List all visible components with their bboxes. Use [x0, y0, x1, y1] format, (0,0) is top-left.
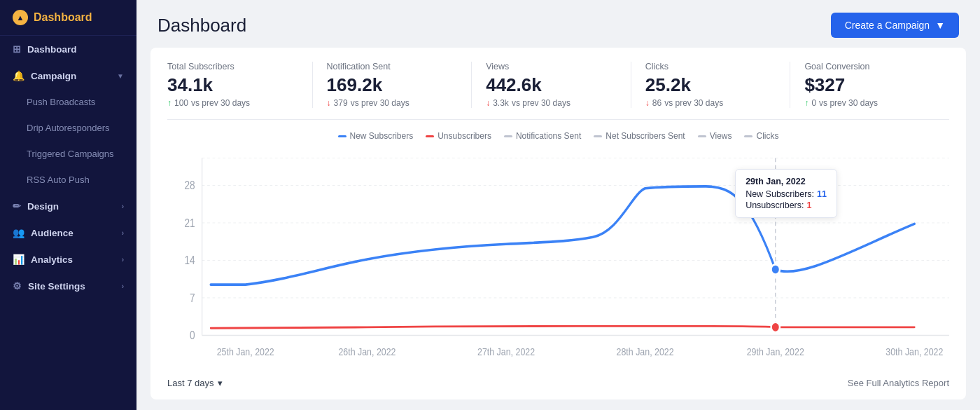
stat-change-arrow-2: ↓: [486, 98, 490, 108]
sidebar-item-dashboard[interactable]: ⊞ Dashboard: [0, 36, 136, 62]
chevron-down-icon-period: ▾: [218, 378, 223, 388]
sidebar: ▲ Dashboard ⊞ Dashboard 🔔 Campaign ▼ Pus…: [0, 0, 136, 410]
chevron-right-icon-audience: ›: [122, 229, 124, 237]
dashboard-icon: ⊞: [13, 43, 21, 55]
rss-auto-push-label: RSS Auto Push: [27, 175, 90, 185]
legend-label-views: Views: [710, 131, 732, 141]
sidebar-item-design[interactable]: ✏ Design ›: [0, 193, 136, 219]
settings-icon: ⚙: [13, 280, 22, 292]
sidebar-item-drip-autoresponders[interactable]: Drip Autoresponders: [0, 115, 136, 141]
legend-label-notifications-sent: Notifications Sent: [516, 131, 581, 141]
stat-change-text-4: vs prev 30 days: [819, 98, 878, 108]
stat-label-3: Clicks: [645, 62, 776, 71]
chart-area: 0 7 14 21 28 25th Jan, 2022 26th Jan, 20…: [167, 148, 949, 371]
stat-views: Views 442.6k ↓ 3.3k vs prev 30 days: [486, 62, 631, 108]
stat-change-val-3: 86: [652, 98, 662, 108]
stat-change-val-4: 0: [811, 98, 816, 108]
stat-label-0: Total Subscribers: [167, 62, 298, 71]
chevron-down-icon-btn: ▼: [935, 20, 945, 31]
stat-change-0: ↑ 100 vs prev 30 days: [167, 98, 298, 108]
sidebar-settings-label: Site Settings: [28, 281, 85, 292]
svg-text:25th Jan, 2022: 25th Jan, 2022: [217, 346, 274, 357]
dashboard-card: Total Subscribers 34.1k ↑ 100 vs prev 30…: [150, 48, 966, 399]
chart-footer: Last 7 days ▾ See Full Analytics Report: [167, 371, 949, 388]
page-title: Dashboard: [158, 15, 246, 36]
create-campaign-label: Create a Campaign: [845, 20, 930, 31]
sidebar-logo[interactable]: ▲ Dashboard: [0, 0, 136, 36]
svg-text:14: 14: [185, 254, 195, 266]
stat-change-val-2: 3.3k: [493, 98, 509, 108]
chart-legend: New Subscribers Unsubscribers Notificati…: [167, 131, 949, 141]
svg-text:27th Jan, 2022: 27th Jan, 2022: [477, 346, 535, 357]
stat-change-arrow-3: ↓: [645, 98, 650, 108]
blue-dot: [771, 264, 780, 274]
stat-change-val-0: 100: [174, 98, 188, 108]
sidebar-item-campaign[interactable]: 🔔 Campaign ▼: [0, 62, 136, 89]
sidebar-item-push-broadcasts[interactable]: Push Broadcasts: [0, 89, 136, 115]
legend-label-unsubscribers: Unsubscribers: [438, 131, 491, 141]
legend-dot-clicks: [744, 135, 752, 137]
full-analytics-report-link[interactable]: See Full Analytics Report: [848, 378, 949, 388]
stat-value-3: 25.2k: [645, 74, 776, 96]
period-label: Last 7 days: [167, 378, 214, 388]
legend-notifications-sent: Notifications Sent: [504, 131, 581, 141]
stat-change-val-1: 379: [334, 98, 348, 108]
legend-dot-new-subscribers: [338, 135, 346, 137]
sidebar-item-analytics[interactable]: 📊 Analytics ›: [0, 246, 136, 273]
stat-label-2: Views: [486, 62, 617, 71]
main-content: Dashboard Create a Campaign ▼ Total Subs…: [136, 0, 980, 410]
stat-clicks: Clicks 25.2k ↓ 86 vs prev 30 days: [645, 62, 791, 108]
legend-label-net-subscribers: Net Subscribers Sent: [606, 131, 685, 141]
legend-dot-views: [698, 135, 706, 137]
logo-icon: ▲: [13, 10, 28, 25]
stat-change-text-2: vs prev 30 days: [512, 98, 570, 108]
stat-goal-conversion: Goal Conversion $327 ↑ 0 vs prev 30 days: [804, 62, 949, 108]
sidebar-campaign-label: Campaign: [31, 71, 76, 81]
sidebar-analytics-label: Analytics: [31, 254, 73, 265]
legend-label-clicks: Clicks: [756, 131, 778, 141]
sidebar-logo-label: Dashboard: [34, 11, 92, 24]
stat-notification-sent: Notification Sent 169.2k ↓ 379 vs prev 3…: [327, 62, 472, 108]
stats-row: Total Subscribers 34.1k ↑ 100 vs prev 30…: [167, 62, 949, 120]
sidebar-design-label: Design: [27, 201, 59, 212]
sidebar-item-rss-auto-push[interactable]: RSS Auto Push: [0, 167, 136, 193]
stat-change-4: ↑ 0 vs prev 30 days: [804, 98, 935, 108]
sidebar-audience-label: Audience: [31, 228, 74, 238]
legend-dot-net-subscribers: [594, 135, 602, 137]
stat-change-arrow-0: ↑: [167, 98, 172, 108]
stat-value-1: 169.2k: [327, 74, 458, 96]
svg-text:26th Jan, 2022: 26th Jan, 2022: [338, 346, 396, 357]
sidebar-item-site-settings[interactable]: ⚙ Site Settings ›: [0, 273, 136, 299]
svg-text:7: 7: [190, 292, 195, 304]
stat-value-4: $327: [804, 74, 935, 96]
stat-value-2: 442.6k: [486, 74, 617, 96]
stat-change-2: ↓ 3.3k vs prev 30 days: [486, 98, 617, 108]
chevron-right-icon-analytics: ›: [122, 256, 124, 264]
legend-unsubscribers: Unsubscribers: [426, 131, 491, 141]
legend-label-new-subscribers: New Subscribers: [350, 131, 414, 141]
sidebar-item-triggered-campaigns[interactable]: Triggered Campaigns: [0, 141, 136, 167]
chevron-right-icon-settings: ›: [122, 282, 124, 290]
stat-change-text-0: vs prev 30 days: [191, 98, 250, 108]
sidebar-item-audience[interactable]: 👥 Audience ›: [0, 219, 136, 246]
create-campaign-button[interactable]: Create a Campaign ▼: [831, 13, 959, 38]
svg-text:28th Jan, 2022: 28th Jan, 2022: [617, 346, 674, 357]
stat-label-1: Notification Sent: [327, 62, 458, 71]
drip-autoresponders-label: Drip Autoresponders: [27, 123, 110, 133]
sidebar-dashboard-label: Dashboard: [27, 44, 77, 55]
red-dot: [771, 322, 780, 332]
chart-svg: 0 7 14 21 28 25th Jan, 2022 26th Jan, 20…: [167, 148, 949, 371]
svg-text:0: 0: [190, 329, 195, 341]
stat-change-arrow-1: ↓: [327, 98, 331, 108]
stat-change-arrow-4: ↑: [804, 98, 808, 108]
stat-change-1: ↓ 379 vs prev 30 days: [327, 98, 458, 108]
chevron-down-icon: ▼: [117, 72, 124, 80]
period-selector-button[interactable]: Last 7 days ▾: [167, 378, 223, 388]
stat-change-text-3: vs prev 30 days: [664, 98, 723, 108]
analytics-icon: 📊: [13, 254, 24, 265]
stat-value-0: 34.1k: [167, 74, 298, 96]
audience-icon: 👥: [13, 227, 24, 238]
svg-text:21: 21: [185, 217, 195, 229]
stat-change-text-1: vs prev 30 days: [351, 98, 410, 108]
legend-views: Views: [698, 131, 732, 141]
